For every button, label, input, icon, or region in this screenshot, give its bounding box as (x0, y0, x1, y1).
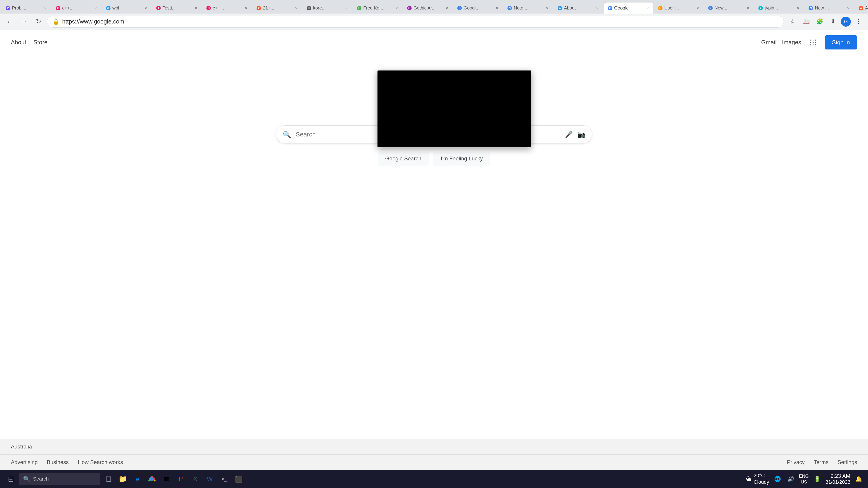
google-search-button[interactable]: Google Search (378, 152, 429, 166)
file-explorer-button[interactable]: 📁 (117, 473, 129, 485)
url-text: https://www.google.com (62, 18, 778, 25)
footer-links: Advertising Business How Search works Pr… (0, 454, 868, 470)
powerpoint-button[interactable]: P (175, 473, 187, 485)
tab-probl[interactable]: P Probl... ✕ (2, 2, 52, 13)
svg-point-7 (812, 44, 813, 45)
start-button[interactable]: ⊞ (4, 473, 17, 485)
tab-what[interactable]: W About ✕ (554, 2, 603, 13)
system-clock[interactable]: 9:23 AM 31/01/2023 (826, 473, 850, 485)
svg-point-8 (815, 44, 816, 45)
volume-icon[interactable]: 🔊 (786, 474, 796, 484)
profile-button[interactable]: G (841, 17, 851, 27)
navigation-bar: ← → ↻ 🔒 https://www.google.com ☆ 📖 🧩 ⬇ G… (0, 13, 868, 30)
tab-kore[interactable]: k kore... ✕ (303, 2, 352, 13)
mail-button[interactable]: ✉ (160, 473, 173, 485)
word-button[interactable]: W (204, 473, 216, 485)
browser-window: P Probl... ✕ C c++... ✕ W wpl ✕ T Testi.… (0, 0, 868, 488)
search-icon: 🔍 (283, 131, 291, 138)
tab-wpl[interactable]: W wpl ✕ (102, 2, 152, 13)
country-text: Australia (11, 444, 32, 450)
advertising-link[interactable]: Advertising (11, 459, 38, 465)
tab-ask[interactable]: A Ask... ✕ (855, 2, 868, 13)
back-button[interactable]: ← (4, 16, 16, 28)
tabs-bar: P Probl... ✕ C c++... ✕ W wpl ✕ T Testi.… (0, 0, 868, 13)
settings-link[interactable]: Settings (837, 459, 857, 465)
reload-button[interactable]: ↻ (33, 16, 44, 28)
clock-date: 31/01/2023 (826, 479, 850, 485)
network-icon[interactable]: 🌐 (773, 474, 782, 484)
forward-button[interactable]: → (18, 16, 30, 28)
weather-text: 20°C Cloudy (754, 473, 769, 485)
how-search-works-link[interactable]: How Search works (78, 459, 123, 465)
sign-in-button[interactable]: Sign in (825, 35, 857, 50)
tab-21[interactable]: 2 21+... ✕ (253, 2, 303, 13)
misc-button[interactable]: ⬛ (232, 473, 245, 485)
header-right-links: Gmail Images Sign in (761, 35, 857, 50)
temperature: 20°C (754, 473, 769, 479)
menu-button[interactable]: ⋮ (852, 16, 864, 28)
download-button[interactable]: ⬇ (827, 16, 839, 28)
tab-new2[interactable]: N New ... ✕ (805, 2, 855, 13)
svg-point-4 (812, 42, 813, 43)
tab-noto[interactable]: N Noto... ✕ (504, 2, 553, 13)
tab-freeko[interactable]: F Free Ko... ✕ (353, 2, 403, 13)
header-left-links: About Store (11, 39, 48, 46)
tab-cpp1[interactable]: C c++... ✕ (52, 2, 102, 13)
svg-point-1 (812, 39, 813, 41)
tab-new1[interactable]: N New ... ✕ (704, 2, 754, 13)
camera-icon[interactable]: 📷 (577, 131, 585, 138)
black-overlay-modal (377, 70, 531, 147)
taskbar: ⊞ 🔍 Search ❑ 📁 e (0, 470, 868, 488)
lock-icon: 🔒 (53, 19, 59, 25)
extensions-button[interactable]: 🧩 (814, 16, 826, 28)
google-apps-button[interactable] (807, 36, 819, 49)
task-view-button[interactable]: ❑ (102, 473, 115, 485)
feeling-lucky-button[interactable]: I'm Feeling Lucky (433, 152, 490, 166)
svg-point-14 (148, 480, 150, 482)
tab-cpp2[interactable]: C c++... ✕ (203, 2, 252, 13)
privacy-link[interactable]: Privacy (787, 459, 805, 465)
taskbar-search[interactable]: 🔍 Search (19, 473, 100, 485)
microphone-icon[interactable]: 🎤 (565, 131, 573, 138)
edge-button[interactable]: e (131, 473, 144, 485)
svg-point-12 (151, 476, 153, 478)
about-link[interactable]: About (11, 39, 26, 46)
chrome-button[interactable] (146, 473, 158, 485)
terminal-button[interactable]: >_ (218, 473, 230, 485)
lang-code: ENG (799, 473, 809, 479)
language-indicator[interactable]: ENG US (799, 473, 809, 485)
weather-widget: 🌥 20°C Cloudy (746, 473, 769, 485)
google-header: About Store Gmail Images Sign in (0, 30, 868, 55)
clock-time: 9:23 AM (826, 473, 850, 479)
gmail-link[interactable]: Gmail (761, 39, 776, 46)
tab-googd[interactable]: G Googl... ✕ (454, 2, 503, 13)
svg-point-5 (815, 42, 816, 43)
svg-point-13 (154, 480, 156, 482)
taskbar-search-text: Search (33, 476, 49, 482)
svg-point-3 (810, 42, 811, 43)
excel-button[interactable]: X (189, 473, 202, 485)
weather-condition: Cloudy (754, 479, 769, 486)
business-link[interactable]: Business (47, 459, 69, 465)
page-content: About Store Gmail Images Sign in (0, 30, 868, 470)
nav-actions: ☆ 📖 🧩 ⬇ G ⋮ (786, 16, 864, 28)
tab-google-active[interactable]: G Google ✕ (604, 2, 654, 13)
tab-test[interactable]: T Testi... ✕ (152, 2, 202, 13)
notification-icon[interactable]: 🔔 (854, 474, 864, 484)
taskbar-right: 🌥 20°C Cloudy 🌐 🔊 ENG US 🔋 9:23 AM 31/01… (746, 473, 864, 485)
tab-user[interactable]: U User ... ✕ (654, 2, 704, 13)
terms-link[interactable]: Terms (814, 459, 829, 465)
lang-region: US (799, 479, 809, 485)
bookmark-star-button[interactable]: ☆ (786, 16, 798, 28)
address-bar[interactable]: 🔒 https://www.google.com (47, 16, 784, 28)
footer-right: Privacy Terms Settings (787, 459, 857, 465)
tab-typin[interactable]: t typin... ✕ (754, 2, 804, 13)
svg-point-6 (810, 44, 811, 45)
store-link[interactable]: Store (33, 39, 48, 46)
country-bar: Australia (0, 439, 868, 454)
reading-list-button[interactable]: 📖 (800, 16, 812, 28)
tab-gothic[interactable]: G Gothic Ar... ✕ (403, 2, 453, 13)
images-link[interactable]: Images (782, 39, 801, 46)
svg-point-0 (810, 39, 811, 41)
battery-icon[interactable]: 🔋 (812, 474, 822, 484)
